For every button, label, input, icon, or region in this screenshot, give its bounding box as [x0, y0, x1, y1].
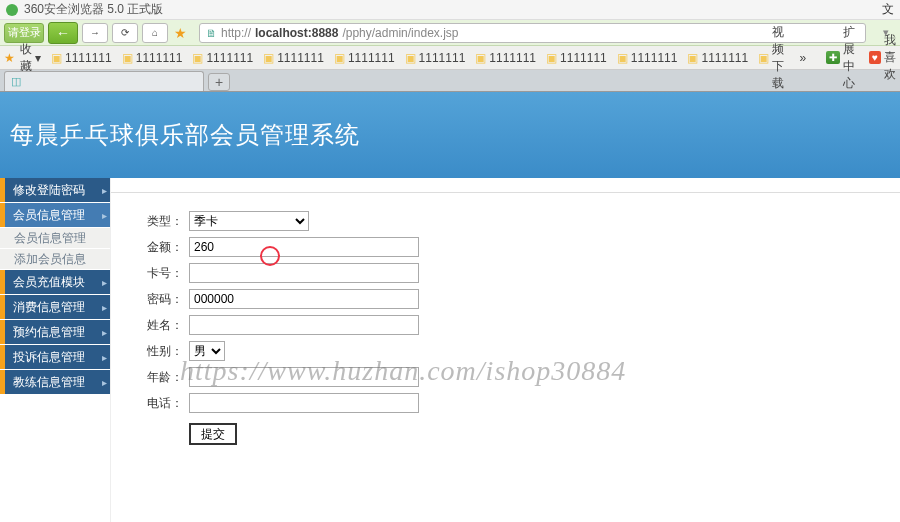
row-tel: 电话： [123, 393, 888, 413]
page-title: 每晨乒乓球俱乐部会员管理系统 [10, 119, 360, 151]
folder-icon: ▣ [546, 51, 557, 65]
amount-label: 金额： [123, 239, 183, 256]
bookmark-item[interactable]: ▣1111111 [263, 51, 324, 65]
login-button[interactable]: 请登录 [4, 23, 44, 43]
browser-favicon [6, 4, 18, 16]
name-label: 姓名： [123, 317, 183, 334]
home-button[interactable]: ⌂ [142, 23, 168, 43]
sex-label: 性别： [123, 343, 183, 360]
folder-icon: ▣ [405, 51, 416, 65]
new-tab-button[interactable]: + [208, 73, 230, 91]
pwd-input[interactable] [189, 289, 419, 309]
folder-icon: ▣ [51, 51, 62, 65]
doc-icon: 🗎 [206, 27, 217, 39]
folder-icon: ▣ [263, 51, 274, 65]
type-label: 类型： [123, 213, 183, 230]
row-name: 姓名： [123, 315, 888, 335]
tab-current[interactable]: ◫ [4, 71, 204, 91]
card-label: 卡号： [123, 265, 183, 282]
row-type: 类型： 季卡 [123, 211, 888, 231]
sidebar-sub-member-list[interactable]: 会员信息管理 [0, 228, 110, 248]
folder-icon: ▣ [687, 51, 698, 65]
ext-icon: ✚ [826, 51, 840, 64]
sidebar-item-complaint[interactable]: 投诉信息管理 [0, 345, 110, 369]
reload-button[interactable]: ⟳ [112, 23, 138, 43]
tab-icon: ◫ [11, 75, 21, 88]
sidebar-item-reserve[interactable]: 预约信息管理 [0, 320, 110, 344]
top-right-text[interactable]: 文 [882, 1, 894, 18]
row-sex: 性别： 男 [123, 341, 888, 361]
bookmark-item[interactable]: ▣1111111 [192, 51, 253, 65]
tel-input[interactable] [189, 393, 419, 413]
amount-input[interactable] [189, 237, 419, 257]
content: 类型： 季卡 金额： 卡号： 密码： 姓名： 性别： [110, 178, 900, 522]
sidebar-item-password[interactable]: 修改登陆密码 [0, 178, 110, 202]
bookmark-bar: ★ 收藏 ▾ ▣1111111 ▣1111111 ▣1111111 ▣11111… [0, 46, 900, 70]
ext-center[interactable]: ✚扩展中心 [826, 24, 859, 92]
bookmark-more[interactable]: » [800, 51, 807, 65]
folder-icon: ▣ [122, 51, 133, 65]
folder-icon: ▣ [617, 51, 628, 65]
sidebar: 修改登陆密码 会员信息管理 会员信息管理 添加会员信息 会员充值模块 消费信息管… [0, 178, 110, 522]
sidebar-item-consume[interactable]: 消费信息管理 [0, 295, 110, 319]
sex-select[interactable]: 男 [189, 341, 225, 361]
url-prefix: http:// [221, 26, 251, 40]
card-input[interactable] [189, 263, 419, 283]
sidebar-sub-add-member[interactable]: 添加会员信息 [0, 249, 110, 269]
star-icon[interactable]: ★ [174, 25, 187, 41]
bookmark-item[interactable]: ▣1111111 [475, 51, 536, 65]
bookmark-item[interactable]: ▣1111111 [122, 51, 183, 65]
row-pwd: 密码： [123, 289, 888, 309]
star-icon: ★ [4, 51, 15, 65]
browser-title: 360安全浏览器 5.0 正式版 [24, 1, 163, 18]
sidebar-item-member-info[interactable]: 会员信息管理 [0, 203, 110, 227]
back-button[interactable]: ← [48, 22, 78, 44]
row-amount: 金额： [123, 237, 888, 257]
url-host: localhost:8888 [255, 26, 338, 40]
sidebar-item-recharge[interactable]: 会员充值模块 [0, 270, 110, 294]
folder-icon: ▣ [334, 51, 345, 65]
folder-icon: ▣ [758, 51, 769, 65]
main-area: 修改登陆密码 会员信息管理 会员信息管理 添加会员信息 会员充值模块 消费信息管… [0, 178, 900, 522]
pwd-label: 密码： [123, 291, 183, 308]
browser-title-bar: 360安全浏览器 5.0 正式版 文 [0, 0, 900, 20]
like-button[interactable]: ♥我喜欢 [869, 32, 896, 83]
bookmark-item[interactable]: ▣1111111 [617, 51, 678, 65]
app-header: 每晨乒乓球俱乐部会员管理系统 [0, 92, 900, 178]
row-age: 年龄： [123, 367, 888, 387]
age-input[interactable] [189, 367, 419, 387]
heart-icon: ♥ [869, 51, 881, 64]
favorites-label[interactable]: ★ 收藏 ▾ [4, 41, 41, 75]
bookmark-item[interactable]: ▣1111111 [546, 51, 607, 65]
folder-icon: ▣ [475, 51, 486, 65]
submit-button[interactable]: 提交 [189, 423, 237, 445]
forward-button[interactable]: → [82, 23, 108, 43]
name-input[interactable] [189, 315, 419, 335]
folder-icon: ▣ [192, 51, 203, 65]
tel-label: 电话： [123, 395, 183, 412]
url-path: /pphy/admin/index.jsp [342, 26, 458, 40]
age-label: 年龄： [123, 369, 183, 386]
bookmark-item[interactable]: ▣1111111 [334, 51, 395, 65]
row-card: 卡号： [123, 263, 888, 283]
sidebar-item-coach[interactable]: 教练信息管理 [0, 370, 110, 394]
bookmark-item[interactable]: ▣1111111 [687, 51, 748, 65]
bookmark-item[interactable]: ▣1111111 [405, 51, 466, 65]
bookmark-item[interactable]: ▣1111111 [51, 51, 112, 65]
bookmark-video[interactable]: ▣视频下载 [758, 24, 789, 92]
type-select[interactable]: 季卡 [189, 211, 309, 231]
